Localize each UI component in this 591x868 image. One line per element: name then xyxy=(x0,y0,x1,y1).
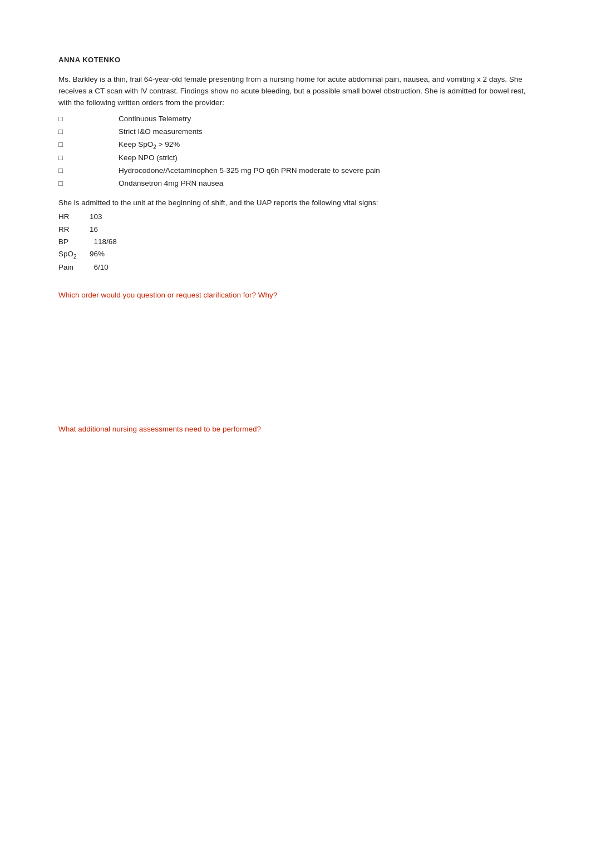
list-item: □ Continuous Telemetry xyxy=(58,113,533,125)
orders-list: □ Continuous Telemetry □ Strict I&O meas… xyxy=(58,113,533,190)
order-text: Continuous Telemetry xyxy=(119,113,533,125)
list-item: □ Ondansetron 4mg PRN nausea xyxy=(58,178,533,190)
vital-value-pain: 6/10 xyxy=(90,261,109,274)
bullet-icon: □ xyxy=(58,126,74,137)
order-text: Strict I&O measurements xyxy=(119,126,533,138)
vital-row-hr: HR 103 xyxy=(58,211,533,223)
vital-row-rr: RR 16 xyxy=(58,224,533,236)
order-text: Keep NPO (strict) xyxy=(119,152,533,164)
bullet-icon: □ xyxy=(58,139,74,150)
question-section-2: What additional nursing assessments need… xyxy=(58,424,533,435)
bullet-icon: □ xyxy=(58,178,74,189)
bullet-icon: □ xyxy=(58,165,74,176)
vital-label-bp: BP xyxy=(58,236,87,248)
vital-value-bp: 118/68 xyxy=(90,236,117,248)
bullet-icon: □ xyxy=(58,113,74,125)
question-text-2: What additional nursing assessments need… xyxy=(58,424,533,435)
vital-label-hr: HR xyxy=(58,211,87,223)
vital-value-spo2: 96% xyxy=(90,248,105,260)
vitals-table: HR 103 RR 16 BP 118/68 SpO2 96% Pain 6/1… xyxy=(58,211,533,274)
vitals-section: She is admitted to the unit at the begin… xyxy=(58,197,533,274)
question-section-1: Which order would you question or reques… xyxy=(58,290,533,301)
vital-value-rr: 16 xyxy=(90,224,98,236)
vital-label-pain: Pain xyxy=(58,261,87,274)
vital-row-spo2: SpO2 96% xyxy=(58,248,533,261)
list-item: □ Keep SpO2 > 92% xyxy=(58,139,533,151)
order-text: Ondansetron 4mg PRN nausea xyxy=(119,178,533,190)
vital-label-spo2: SpO2 xyxy=(58,248,87,261)
bullet-icon: □ xyxy=(58,152,74,163)
vitals-intro: She is admitted to the unit at the begin… xyxy=(58,197,533,209)
list-item: □ Strict I&O measurements xyxy=(58,126,533,138)
vital-value-hr: 103 xyxy=(90,211,102,223)
vital-label-rr: RR xyxy=(58,224,87,236)
vital-row-bp: BP 118/68 xyxy=(58,236,533,248)
patient-name: ANNA KOTENKO xyxy=(58,56,533,64)
list-item: □ Keep NPO (strict) xyxy=(58,152,533,164)
question-text-1: Which order would you question or reques… xyxy=(58,290,533,301)
order-text: Hydrocodone/Acetaminophen 5-325 mg PO q6… xyxy=(119,165,533,177)
list-item: □ Hydrocodone/Acetaminophen 5-325 mg PO … xyxy=(58,165,533,177)
narrative-intro: Ms. Barkley is a thin, frail 64-year-old… xyxy=(58,74,533,109)
order-text: Keep SpO2 > 92% xyxy=(119,139,533,151)
vital-row-pain: Pain 6/10 xyxy=(58,261,533,274)
